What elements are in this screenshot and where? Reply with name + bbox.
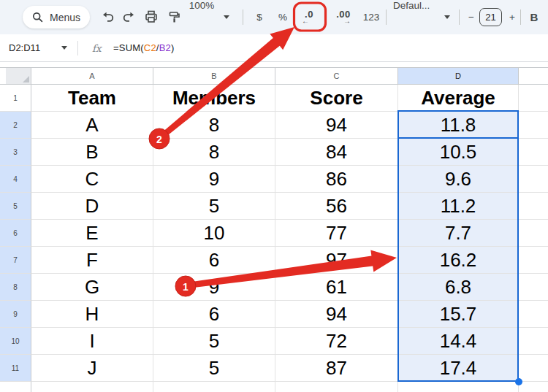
fx-icon: fx [92,34,102,61]
font-size-input[interactable]: 21 [479,8,502,26]
row-header-11[interactable]: 11 [0,355,31,382]
cell-B5[interactable]: 5 [153,193,275,220]
increase-font-size-button[interactable]: + [504,6,520,28]
cell-C9[interactable]: 94 [275,301,398,328]
cell-B10[interactable]: 5 [153,328,275,355]
cell-D12[interactable] [398,382,519,392]
cell-C7[interactable]: 97 [275,247,398,274]
cell-C5[interactable]: 56 [275,193,398,220]
cell-C10[interactable]: 72 [275,328,398,355]
cell-C4[interactable]: 86 [275,166,398,193]
redo-button[interactable] [119,6,138,28]
decrease-decimal-button[interactable]: .0 ← [297,6,321,28]
row-header-6[interactable]: 6 [0,220,31,247]
cell-B4[interactable]: 9 [153,166,275,193]
cell-D9[interactable]: 15.7 [398,301,519,328]
filler-cell [519,112,548,139]
cell-C11[interactable]: 87 [275,355,398,382]
cell-D6[interactable]: 7.7 [398,220,519,247]
cell-C8[interactable]: 61 [275,274,398,301]
cell-D10[interactable]: 14.4 [398,328,519,355]
menus-search-button[interactable]: Menus [23,6,90,28]
cell-B11[interactable]: 5 [153,355,275,382]
cell-D2[interactable]: 11.8 [398,112,519,139]
row-header-2[interactable]: 2 [0,112,31,139]
row-header-1[interactable]: 1 [0,85,31,112]
cell-B6[interactable]: 10 [153,220,275,247]
cell-A6[interactable]: E [31,220,153,247]
cell-D11[interactable]: 17.4 [398,355,519,382]
zoom-dropdown[interactable] [221,0,232,34]
row-header-12[interactable]: 12 [0,382,31,392]
filler-cell [519,220,548,247]
filler-cell [519,274,548,301]
cell-A3[interactable]: B [31,139,153,166]
cell-B3[interactable]: 8 [153,139,275,166]
cell-A10[interactable]: I [31,328,153,355]
bold-button[interactable]: B [525,6,544,28]
formula-ref-c2: C2 [144,42,156,53]
increase-decimal-button[interactable]: .00 → [330,6,357,28]
cell-C12[interactable] [275,382,398,392]
print-button[interactable] [142,6,161,28]
column-header-C[interactable]: C [275,68,398,84]
cell-D8[interactable]: 6.8 [398,274,519,301]
cell-B2[interactable]: 8 [153,112,275,139]
cell-B9[interactable]: 6 [153,301,275,328]
cell-D7[interactable]: 16.2 [398,247,519,274]
column-header-A[interactable]: A [31,68,153,84]
cell-B7[interactable]: 6 [153,247,275,274]
currency-format-button[interactable]: $ [250,6,269,28]
cell-D3[interactable]: 10.5 [398,139,519,166]
paint-format-button[interactable] [164,6,183,28]
font-family-dropdown[interactable] [441,0,453,34]
select-all-corner[interactable] [6,68,31,84]
filler-cell [519,328,548,355]
cell-C3[interactable]: 84 [275,139,398,166]
row-header-8[interactable]: 8 [0,274,31,301]
cell-A1[interactable]: Team [31,85,153,112]
row-header-10[interactable]: 10 [0,328,31,355]
table-row: 6 E 10 77 7.7 [0,220,548,247]
row-header-9[interactable]: 9 [0,301,31,328]
cell-A12[interactable] [31,382,153,392]
formula-bar-divider [77,41,78,55]
cell-D1[interactable]: Average [398,85,519,112]
cell-A9[interactable]: H [31,301,153,328]
cell-B8[interactable]: 9 [153,274,275,301]
row-header-5[interactable]: 5 [0,193,31,220]
column-header-D[interactable]: D [398,68,519,84]
name-box[interactable]: D2:D11 [9,34,40,61]
cell-A2[interactable]: A [31,112,153,139]
column-header-B[interactable]: B [153,68,275,84]
row-header-4[interactable]: 4 [0,166,31,193]
percent-format-button[interactable]: % [273,6,292,28]
cell-A5[interactable]: D [31,193,153,220]
cell-C2[interactable]: 94 [275,112,398,139]
formula-input[interactable]: =SUM(C2/B2) [113,34,175,61]
cell-D5[interactable]: 11.2 [398,193,519,220]
cell-A7[interactable]: F [31,247,153,274]
cell-A11[interactable]: J [31,355,153,382]
cell-E1[interactable] [519,85,548,112]
filler-cell [519,166,548,193]
name-box-dropdown[interactable] [61,34,67,61]
row-header-3[interactable]: 3 [0,139,31,166]
fill-handle[interactable] [515,378,522,385]
number-format-button[interactable]: 123 [359,6,383,28]
decrease-font-size-button[interactable]: − [463,6,479,28]
cell-B12[interactable] [153,382,275,392]
filler-cell [519,355,548,382]
cell-C6[interactable]: 77 [275,220,398,247]
zoom-value[interactable]: 100% [186,0,218,11]
cell-D4[interactable]: 9.6 [398,166,519,193]
row-header-7[interactable]: 7 [0,247,31,274]
font-family-select[interactable]: Defaul... [393,0,438,11]
undo-button[interactable] [98,6,117,28]
cell-B1[interactable]: Members [153,85,275,112]
cell-A8[interactable]: G [31,274,153,301]
cell-E12[interactable] [519,382,548,392]
filler-cell [519,301,548,328]
cell-C1[interactable]: Score [275,85,398,112]
cell-A4[interactable]: C [31,166,153,193]
